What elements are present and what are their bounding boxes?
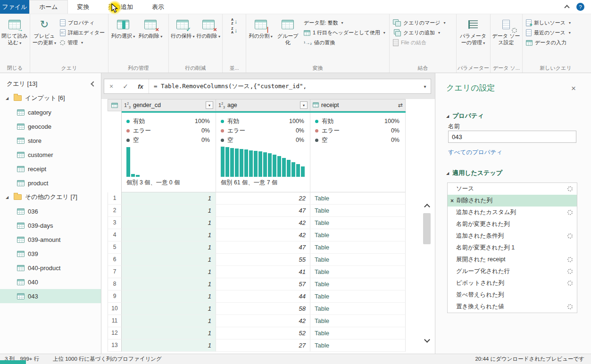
cell-age[interactable]: 47 bbox=[216, 241, 310, 254]
query-name-input[interactable] bbox=[448, 131, 576, 143]
use-first-row-button[interactable]: 1 行目をヘッダーとして使用▾ bbox=[302, 29, 388, 37]
all-properties-link[interactable]: すべてのプロパティ bbox=[448, 149, 502, 157]
cell-age[interactable]: 44 bbox=[216, 290, 310, 303]
expanded-triangle-icon[interactable]: ◢ bbox=[6, 195, 10, 199]
collapse-queries-pane-icon[interactable] bbox=[91, 81, 96, 86]
applied-step-追加された条件列[interactable]: 追加された条件列 bbox=[448, 230, 577, 242]
formula-expand-icon[interactable]: ▾ bbox=[419, 84, 431, 89]
row-number[interactable]: 10 bbox=[108, 303, 122, 315]
applied-step-追加されたカスタム列[interactable]: 追加されたカスタム列 bbox=[448, 207, 577, 218]
cell-receipt-table-link[interactable]: Table bbox=[310, 241, 406, 254]
query-item-040-product[interactable]: 040-product bbox=[0, 261, 101, 275]
group-by-button[interactable]: グループ化 bbox=[275, 15, 300, 65]
row-number[interactable]: 4 bbox=[108, 229, 122, 241]
recent-sources-button[interactable]: 最近のソース▾ bbox=[524, 29, 573, 37]
cell-age[interactable]: 57 bbox=[216, 278, 310, 290]
cell-gender_cd[interactable]: 1 bbox=[122, 229, 216, 241]
query-folder-インプット [6][interactable]: ◢インプット [6] bbox=[0, 91, 101, 105]
cell-receipt-table-link[interactable]: Table bbox=[310, 266, 406, 278]
combine-files-button[interactable]: File の結合 bbox=[391, 39, 448, 47]
applied-step-削除された列[interactable]: ×削除された列 bbox=[448, 195, 577, 207]
cell-receipt-table-link[interactable]: Table bbox=[310, 290, 406, 303]
cell-gender_cd[interactable]: 1 bbox=[122, 192, 216, 205]
applied-step-展開された receipt[interactable]: 展開された receipt bbox=[448, 254, 577, 265]
merge-queries-button[interactable]: クエリのマージ▾ bbox=[391, 19, 448, 27]
row-number[interactable]: 2 bbox=[108, 205, 122, 217]
cell-gender_cd[interactable]: 1 bbox=[122, 266, 216, 278]
tab-add-column[interactable]: 列の追加 bbox=[99, 0, 142, 14]
formula-input[interactable]: = Table.RemoveColumns(ソース,{"customer_id"… bbox=[149, 79, 419, 93]
column-header-age[interactable]: 123age▾ bbox=[216, 99, 310, 111]
applied-step-グループ化された行[interactable]: グループ化された行 bbox=[448, 265, 577, 277]
expanded-triangle-icon[interactable]: ◢ bbox=[6, 96, 10, 100]
cell-gender_cd[interactable]: 1 bbox=[122, 327, 216, 339]
cell-receipt-table-link[interactable]: Table bbox=[310, 303, 406, 315]
help-icon[interactable]: ? bbox=[576, 3, 584, 11]
query-item-043[interactable]: 043 bbox=[0, 289, 101, 303]
cell-age[interactable]: 58 bbox=[216, 303, 310, 315]
replace-values-button[interactable]: ¹→₂値の置換 bbox=[302, 39, 388, 47]
query-item-store[interactable]: store bbox=[0, 133, 101, 148]
cell-gender_cd[interactable]: 1 bbox=[122, 290, 216, 303]
expand-column-icon[interactable]: ⇄ bbox=[398, 102, 403, 108]
new-source-button[interactable]: +新しいソース▾ bbox=[524, 19, 573, 27]
row-number[interactable]: 11 bbox=[108, 315, 122, 327]
row-number[interactable]: 1 bbox=[108, 192, 122, 205]
cell-gender_cd[interactable]: 1 bbox=[122, 303, 216, 315]
cell-age[interactable]: 42 bbox=[216, 217, 310, 229]
cell-receipt-table-link[interactable]: Table bbox=[310, 327, 406, 339]
close-and-load-button[interactable]: → 閉じて読み込む▾ bbox=[1, 15, 28, 65]
collapse-ribbon-icon[interactable] bbox=[564, 5, 569, 10]
step-settings-gear-icon[interactable] bbox=[567, 186, 573, 191]
cell-age[interactable]: 52 bbox=[216, 327, 310, 339]
scroll-down-icon[interactable] bbox=[421, 335, 433, 346]
tab-file[interactable]: ファイル bbox=[0, 0, 29, 14]
row-number[interactable]: 8 bbox=[108, 278, 122, 290]
applied-steps-section-header[interactable]: ◢ 適用したステップ bbox=[446, 169, 502, 177]
query-item-040[interactable]: 040 bbox=[0, 275, 101, 289]
row-number[interactable]: 3 bbox=[108, 217, 122, 229]
table-type-icon[interactable] bbox=[313, 102, 319, 108]
step-settings-gear-icon[interactable] bbox=[567, 233, 573, 239]
choose-columns-button[interactable]: 列の選択▾ bbox=[110, 15, 136, 65]
step-settings-gear-icon[interactable] bbox=[567, 304, 573, 309]
cell-age[interactable]: 42 bbox=[216, 229, 310, 241]
query-item-geocode[interactable]: geocode bbox=[0, 119, 101, 133]
cell-age[interactable]: 47 bbox=[216, 205, 310, 217]
number-type-icon[interactable]: 123 bbox=[124, 102, 131, 109]
row-number[interactable]: 9 bbox=[108, 290, 122, 303]
column-histogram[interactable] bbox=[221, 147, 305, 177]
cell-receipt-table-link[interactable]: Table bbox=[310, 339, 406, 352]
cell-age[interactable]: 55 bbox=[216, 254, 310, 266]
scroll-up-icon[interactable] bbox=[421, 200, 433, 211]
delete-step-icon[interactable]: × bbox=[450, 198, 454, 204]
cell-gender_cd[interactable]: 1 bbox=[122, 315, 216, 327]
query-item-category[interactable]: category bbox=[0, 105, 101, 119]
cell-age[interactable]: 42 bbox=[216, 315, 310, 327]
column-histogram[interactable] bbox=[126, 147, 211, 177]
query-item-039-days[interactable]: 039-days bbox=[0, 218, 101, 232]
cell-receipt-table-link[interactable]: Table bbox=[310, 278, 406, 290]
filter-icon[interactable]: ▾ bbox=[300, 101, 308, 109]
applied-step-名前が変更された列[interactable]: 名前が変更された列 bbox=[448, 218, 577, 230]
column-header-receipt[interactable]: receipt⇄ bbox=[310, 99, 406, 111]
remove-columns-button[interactable]: × 列の削除▾ bbox=[137, 15, 164, 65]
close-panel-icon[interactable]: × bbox=[571, 84, 576, 92]
sort-ascending-button[interactable]: AZ↓ bbox=[224, 18, 244, 25]
step-settings-gear-icon[interactable] bbox=[567, 210, 573, 215]
cell-gender_cd[interactable]: 1 bbox=[122, 278, 216, 290]
scrollbar-thumb[interactable] bbox=[423, 213, 431, 244]
cell-age[interactable]: 41 bbox=[216, 266, 310, 278]
cell-gender_cd[interactable]: 1 bbox=[122, 241, 216, 254]
query-item-036[interactable]: 036 bbox=[0, 204, 101, 218]
query-item-product[interactable]: product bbox=[0, 176, 101, 190]
cell-gender_cd[interactable]: 1 bbox=[122, 217, 216, 229]
manage-parameters-button[interactable]: パラメーターの管理▾ bbox=[458, 15, 488, 65]
split-column-button[interactable]: ∣ 列の分割▾ bbox=[248, 15, 274, 65]
applied-step-置き換えられた値[interactable]: 置き換えられた値 bbox=[448, 301, 577, 313]
cell-age[interactable]: 22 bbox=[216, 192, 310, 205]
cell-receipt-table-link[interactable]: Table bbox=[310, 192, 406, 205]
cell-gender_cd[interactable]: 1 bbox=[122, 339, 216, 352]
remove-rows-button[interactable]: × 行の削除▾ bbox=[196, 15, 221, 65]
append-queries-button[interactable]: クエリの追加▾ bbox=[391, 29, 448, 37]
